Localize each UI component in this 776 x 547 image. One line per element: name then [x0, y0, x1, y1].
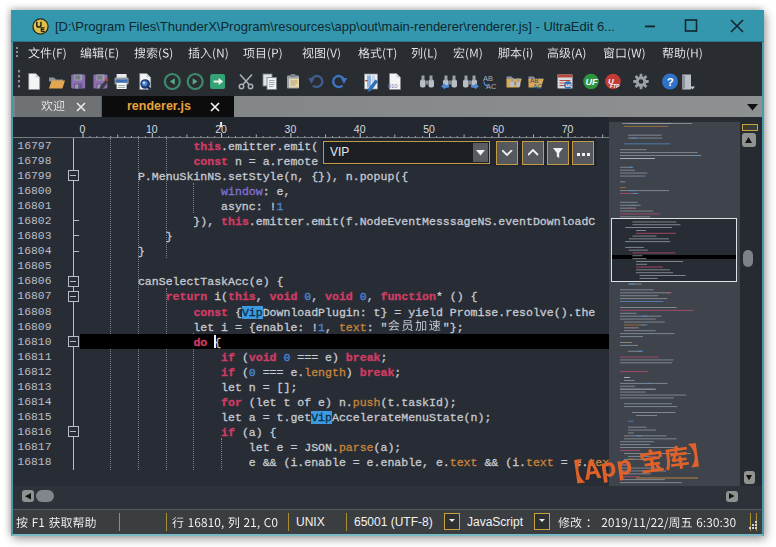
svg-text:UF: UF	[586, 77, 598, 87]
svg-text:AC: AC	[533, 83, 542, 90]
svg-text:?: ?	[667, 76, 674, 88]
svg-text:FTP: FTP	[610, 83, 620, 89]
svg-text:uc: uc	[565, 82, 571, 88]
svg-text:AC: AC	[486, 82, 497, 91]
svg-text:010: 010	[388, 83, 399, 89]
